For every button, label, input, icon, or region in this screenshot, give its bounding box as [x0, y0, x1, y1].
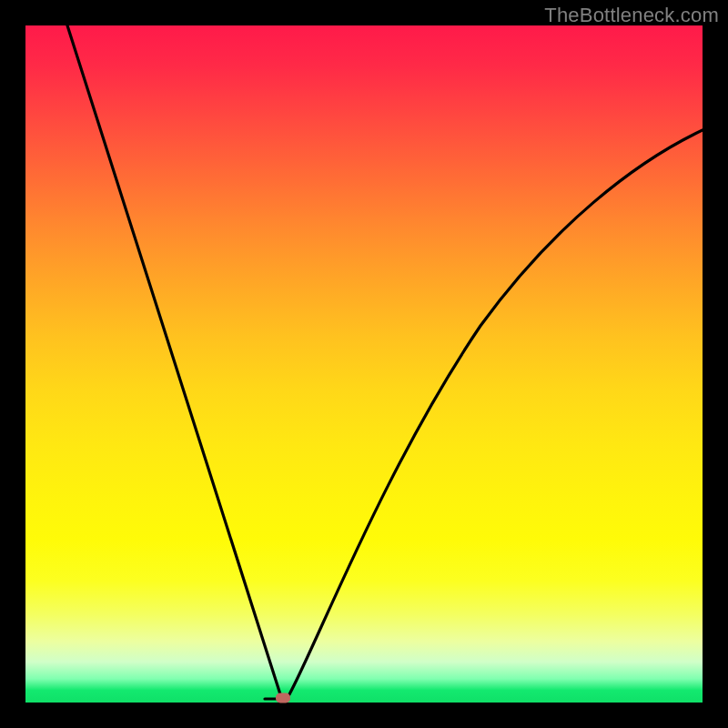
optimum-marker — [276, 693, 290, 703]
curve-svg — [25, 25, 703, 703]
bottleneck-curve — [67, 25, 703, 699]
plot-area — [25, 25, 703, 703]
chart-frame: TheBottleneck.com — [0, 0, 728, 728]
watermark-text: TheBottleneck.com — [544, 4, 719, 27]
